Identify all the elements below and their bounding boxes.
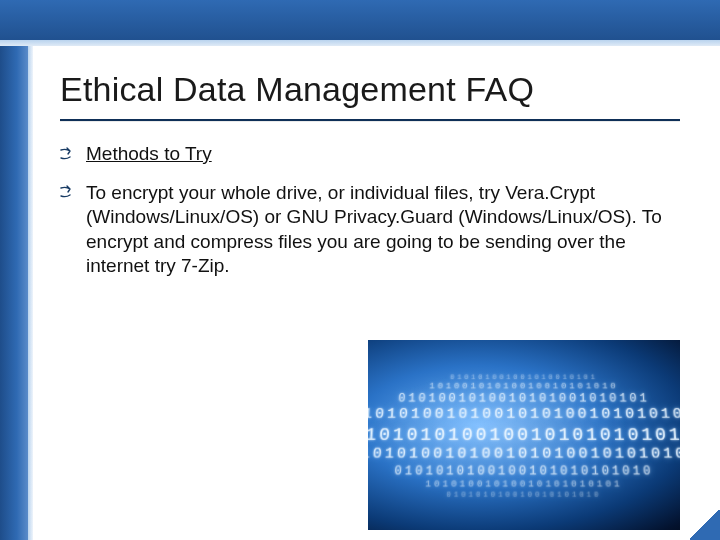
- binary-row: 101010010100101010010101010: [368, 446, 680, 464]
- slide-frame: Ethical Data Management FAQ Methods to T…: [0, 0, 720, 540]
- binary-background: 010101001001010010101 101001010100100101…: [368, 340, 680, 530]
- left-accent-bar: [0, 0, 28, 540]
- binary-row: 010101010010010101010: [368, 491, 680, 500]
- bullet-body: To encrypt your whole drive, or individu…: [60, 181, 680, 278]
- arrow-icon: [60, 147, 76, 161]
- body-text: To encrypt your whole drive, or individu…: [86, 181, 680, 278]
- top-accent-bar: [0, 0, 720, 46]
- arrow-icon: [60, 185, 76, 199]
- bullet-subhead: Methods to Try: [60, 143, 680, 165]
- corner-accent: [690, 510, 720, 540]
- binary-row: 10100101010010010101010: [368, 382, 680, 392]
- binary-row: 010101001001010010101: [368, 374, 680, 382]
- binary-rows: 010101001001010010101 101001010100100101…: [368, 374, 680, 500]
- binary-row: 0101001010010101001010101: [368, 392, 680, 406]
- title-underline: [60, 119, 680, 121]
- page-title: Ethical Data Management FAQ: [60, 70, 680, 109]
- subhead-text: Methods to Try: [86, 143, 212, 165]
- binary-row: 01010101010010010101010101010: [368, 424, 680, 446]
- binary-row: 10101001010010101010101: [368, 479, 680, 490]
- binary-row: 101010010100101010010101010: [368, 406, 680, 424]
- binary-row: 0101010100100101010101010: [368, 464, 680, 479]
- decorative-image: 010101001001010010101 101001010100100101…: [368, 340, 680, 530]
